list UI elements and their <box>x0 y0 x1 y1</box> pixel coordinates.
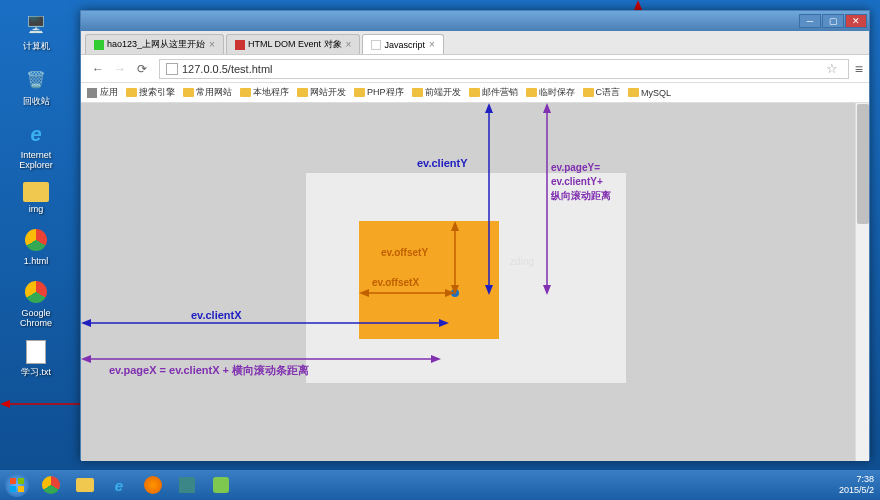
offsetx-label: ev.offsetX <box>372 277 419 288</box>
maximize-button[interactable]: ▢ <box>822 14 844 28</box>
apps-button[interactable]: 应用 <box>87 86 118 99</box>
taskbar-ie[interactable]: e <box>104 472 134 498</box>
folder-icon <box>126 88 137 97</box>
chrome-icon <box>22 278 50 306</box>
folder-icon <box>526 88 537 97</box>
svg-rect-25 <box>18 478 24 484</box>
tab-close-icon[interactable]: × <box>429 39 435 50</box>
svg-marker-22 <box>81 355 91 363</box>
text-file-icon <box>26 340 46 364</box>
clientx-label: ev.clientX <box>191 309 242 321</box>
svg-marker-1 <box>0 400 10 408</box>
taskbar-chrome[interactable] <box>36 472 66 498</box>
folder-icon <box>76 478 94 492</box>
desktop-icon-txt[interactable]: 学习.txt <box>6 340 66 379</box>
tabbar: hao123_上网从这里开始 × HTML DOM Event 对象 × Jav… <box>81 31 869 55</box>
bookmark-item[interactable]: 搜索引擎 <box>126 86 175 99</box>
bookmark-item[interactable]: 临时保存 <box>526 86 575 99</box>
folder-icon <box>354 88 365 97</box>
taskbar-app1[interactable] <box>172 472 202 498</box>
svg-marker-10 <box>81 319 91 327</box>
bookmark-item[interactable]: MySQL <box>628 88 671 98</box>
taskbar-firefox[interactable] <box>138 472 168 498</box>
windows-logo-icon <box>5 473 29 497</box>
clock[interactable]: 7:38 2015/5/2 <box>839 474 874 496</box>
taskbar-explorer[interactable] <box>70 472 100 498</box>
folder-icon <box>183 88 194 97</box>
close-button[interactable]: ✕ <box>845 14 867 28</box>
bookmark-item[interactable]: C语言 <box>583 86 621 99</box>
star-icon[interactable]: ☆ <box>826 61 838 76</box>
tab-close-icon[interactable]: × <box>346 39 352 50</box>
tab-hao123[interactable]: hao123_上网从这里开始 × <box>85 34 224 54</box>
url-bar[interactable]: 127.0.0.5/test.html ☆ <box>159 59 849 79</box>
folder-icon <box>23 182 49 202</box>
page-content: zding ev.clientY ev.clientX ev.offsetY <box>81 103 869 461</box>
browser-window: ─ ▢ ✕ hao123_上网从这里开始 × HTML DOM Event 对象… <box>80 10 870 460</box>
bookmark-item[interactable]: 常用网站 <box>183 86 232 99</box>
desktop-icon-img[interactable]: img <box>6 182 66 214</box>
favicon-icon <box>371 40 381 50</box>
clienty-label: ev.clientY <box>417 157 468 169</box>
ie-icon: e <box>115 477 123 494</box>
minimize-button[interactable]: ─ <box>799 14 821 28</box>
desktop-icons: 🖥️ 计算机 🗑️ 回收站 e Internet Explorer img 1.… <box>6 10 66 391</box>
favicon-icon <box>235 40 245 50</box>
computer-icon: 🖥️ <box>22 10 50 38</box>
firefox-icon <box>144 476 162 494</box>
target-point <box>451 289 459 297</box>
taskbar-app2[interactable] <box>206 472 236 498</box>
titlebar: ─ ▢ ✕ <box>81 11 869 31</box>
svg-rect-24 <box>10 478 16 484</box>
ie-icon: e <box>22 120 50 148</box>
folder-icon <box>297 88 308 97</box>
bookmark-item[interactable]: PHP程序 <box>354 86 404 99</box>
taskbar: e 7:38 2015/5/2 <box>0 470 880 500</box>
menu-icon[interactable]: ≡ <box>855 61 863 77</box>
folder-icon <box>469 88 480 97</box>
tab-javascript[interactable]: Javascript × <box>362 34 443 54</box>
forward-button[interactable]: → <box>111 60 129 78</box>
pagey-label: ev.pageY= ev.clientY+ 纵向滚动距离 <box>551 161 611 203</box>
desktop-icon-recycle[interactable]: 🗑️ 回收站 <box>6 65 66 108</box>
svg-rect-27 <box>18 486 24 492</box>
desktop-icon-chrome[interactable]: Google Chrome <box>6 278 66 328</box>
svg-marker-4 <box>634 0 642 10</box>
bookmark-item[interactable]: 前端开发 <box>412 86 461 99</box>
chrome-file-icon <box>22 226 50 254</box>
bookmark-item[interactable]: 本地程序 <box>240 86 289 99</box>
bookmarks-bar: 应用 搜索引擎 常用网站 本地程序 网站开发 PHP程序 前端开发 邮件营销 临… <box>81 83 869 103</box>
svg-rect-26 <box>10 486 16 492</box>
desktop-icon-ie[interactable]: e Internet Explorer <box>6 120 66 170</box>
offsety-label: ev.offsetY <box>381 247 428 258</box>
svg-marker-19 <box>543 103 551 113</box>
navbar: ← → ⟳ 127.0.0.5/test.html ☆ ≡ <box>81 55 869 83</box>
app-icon <box>213 477 229 493</box>
chrome-icon <box>42 476 60 494</box>
scrollbar-thumb[interactable] <box>857 104 869 224</box>
folder-icon <box>583 88 594 97</box>
vertical-scrollbar[interactable] <box>855 103 869 461</box>
folder-icon <box>412 88 423 97</box>
system-tray[interactable]: 7:38 2015/5/2 <box>839 474 880 496</box>
desktop-icon-computer[interactable]: 🖥️ 计算机 <box>6 10 66 53</box>
tab-close-icon[interactable]: × <box>209 39 215 50</box>
bookmark-item[interactable]: 网站开发 <box>297 86 346 99</box>
folder-icon <box>628 88 639 97</box>
reload-button[interactable]: ⟳ <box>133 60 151 78</box>
document-icon <box>166 63 178 75</box>
watermark: zding <box>510 256 534 267</box>
start-button[interactable] <box>0 470 34 500</box>
folder-icon <box>240 88 251 97</box>
tab-dom-event[interactable]: HTML DOM Event 对象 × <box>226 34 361 54</box>
pagex-label: ev.pageX = ev.clientX + 横向滚动条距离 <box>109 363 309 378</box>
desktop-icon-html[interactable]: 1.html <box>6 226 66 266</box>
svg-marker-7 <box>485 103 493 113</box>
bookmark-item[interactable]: 邮件营销 <box>469 86 518 99</box>
recycle-bin-icon: 🗑️ <box>22 65 50 93</box>
favicon-icon <box>94 40 104 50</box>
app-icon <box>179 477 195 493</box>
back-button[interactable]: ← <box>89 60 107 78</box>
apps-icon <box>87 88 97 98</box>
